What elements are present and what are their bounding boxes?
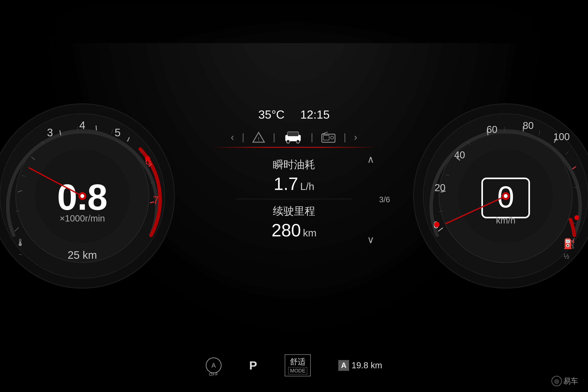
up-arrow[interactable]: ∧ (367, 154, 374, 165)
down-arrow[interactable]: ∨ (367, 234, 374, 246)
svg-text:100: 100 (553, 131, 570, 142)
svg-point-58 (574, 215, 579, 220)
instant-fuel-value: 1.7L/h (222, 174, 366, 194)
svg-text:~: ~ (19, 251, 22, 258)
accent-line (210, 147, 378, 148)
car-icon-active (283, 129, 303, 145)
range-label: 续驶里程 (222, 204, 366, 218)
drive-mode-status: 舒适 MODE (285, 354, 311, 376)
parking-label: P (249, 359, 257, 372)
svg-point-32 (80, 194, 84, 198)
svg-text:!: ! (258, 136, 260, 142)
clock-display: 12:15 (300, 108, 330, 121)
svg-rect-76 (323, 135, 329, 140)
svg-text:⛽: ⛽ (563, 238, 576, 250)
svg-text:40: 40 (454, 150, 465, 160)
distance-a-icon: A (338, 360, 349, 371)
speedometer: 0 20 40 60 80 100 0 km/h ⛽ ½ (408, 98, 588, 294)
dashboard: 3 4 5 6 7 0.8 ×1000r/min 🌡 ~ 25 km (0, 0, 588, 392)
svg-text:80: 80 (523, 120, 534, 131)
svg-point-72 (286, 140, 290, 143)
svg-text:5: 5 (115, 126, 121, 138)
distance-a-status: A 19.8 km (338, 360, 382, 371)
instant-fuel-section: 瞬时油耗 1.7L/h (222, 158, 366, 194)
mode-sublabel: MODE (288, 367, 307, 374)
watermark-circle: ◎ (552, 376, 562, 386)
top-overlay (0, 0, 588, 43)
distance-a-value: 19.8 km (352, 360, 382, 370)
svg-text:60: 60 (486, 124, 498, 135)
separator-4: | (344, 131, 346, 143)
svg-text:km/h: km/h (496, 215, 516, 226)
svg-point-77 (331, 136, 334, 139)
tachometer: 3 4 5 6 7 0.8 ×1000r/min 🌡 ~ 25 km (0, 98, 180, 294)
data-area: ∧ 3/6 瞬时油耗 1.7L/h 续驶里程 280km ∨ (210, 154, 378, 246)
watermark: ◎ 易车 (552, 376, 578, 386)
temperature-display: 35°C (258, 108, 284, 121)
nav-icons-row: ‹ | ! | | | (231, 129, 357, 145)
svg-line-47 (505, 127, 505, 131)
warning-icon: ! (252, 131, 265, 144)
svg-point-73 (296, 140, 300, 143)
svg-text:½: ½ (564, 252, 570, 260)
nav-left-arrow[interactable]: ‹ (231, 131, 234, 143)
mode-label: 舒适 (290, 356, 306, 367)
center-display: 35°C 12:15 ‹ | ! | | (210, 108, 378, 284)
separator-2: | (273, 131, 276, 143)
svg-text:4: 4 (80, 119, 86, 131)
separator-1: | (242, 131, 244, 143)
svg-point-24 (145, 156, 150, 161)
range-value: 280km (222, 220, 366, 240)
svg-point-67 (504, 194, 508, 198)
auto-stop-status: A OFF (206, 358, 222, 373)
svg-point-64 (434, 222, 440, 227)
range-section: 续驶里程 280km (222, 204, 366, 240)
auto-stop-icon: A OFF (206, 358, 222, 373)
page-indicator: 3/6 (379, 195, 390, 204)
auto-off-label: OFF (209, 372, 218, 377)
svg-line-8 (96, 126, 96, 130)
media-icon (321, 131, 336, 144)
svg-text:3: 3 (47, 126, 53, 138)
top-info-bar: 35°C 12:15 (258, 108, 330, 121)
section-divider (236, 199, 352, 199)
instant-fuel-label: 瞬时油耗 (222, 158, 366, 172)
parking-status: P (249, 359, 257, 372)
nav-right-arrow[interactable]: › (354, 131, 357, 143)
bottom-status-bar: A OFF P 舒适 MODE A 19.8 km (206, 354, 382, 376)
svg-text:🌡: 🌡 (16, 237, 26, 248)
svg-text:25 km: 25 km (68, 249, 97, 261)
separator-3: | (311, 131, 313, 143)
svg-text:×1000r/min: ×1000r/min (60, 213, 105, 224)
svg-rect-74 (288, 132, 298, 136)
watermark-text: 易车 (563, 376, 578, 386)
drive-mode-box: 舒适 MODE (285, 354, 311, 376)
svg-text:7: 7 (153, 194, 159, 206)
svg-text:20: 20 (434, 182, 446, 193)
